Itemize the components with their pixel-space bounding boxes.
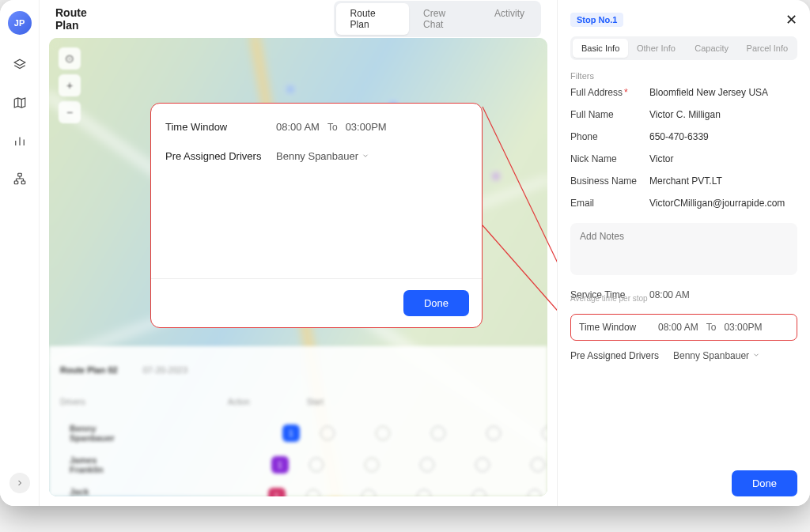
stop-number-chip: Stop No.1 bbox=[570, 13, 623, 27]
map-controls: ⊙ + − bbox=[59, 47, 81, 123]
close-icon[interactable]: ✕ bbox=[785, 11, 797, 28]
tab-parcel-info[interactable]: Parcel Info bbox=[740, 39, 795, 58]
layers-icon[interactable] bbox=[12, 57, 28, 73]
panel-done-button[interactable]: Done bbox=[732, 470, 797, 496]
locate-icon[interactable]: ⊙ bbox=[59, 47, 81, 70]
map-icon[interactable] bbox=[12, 95, 28, 111]
stop-edit-popup: Time Window 08:00 AM To 03:00PM Pre Assi… bbox=[150, 103, 483, 328]
popup-done-button[interactable]: Done bbox=[403, 290, 469, 316]
tab-activity[interactable]: Activity bbox=[480, 3, 539, 35]
time-window-highlight: Time Window 08:00 AM To 03:00PM bbox=[570, 314, 797, 341]
svg-rect-7 bbox=[14, 181, 18, 184]
tab-other-info[interactable]: Other Info bbox=[628, 39, 683, 58]
tab-capacity[interactable]: Capacity bbox=[684, 39, 740, 58]
name-value[interactable]: Victor C. Milligan bbox=[649, 109, 797, 120]
popup-time-start[interactable]: 08:00 AM bbox=[276, 121, 320, 133]
chevron-down-icon bbox=[752, 350, 760, 361]
user-avatar[interactable]: JP bbox=[8, 11, 32, 35]
top-tabs: Route Plan Crew Chat Activity bbox=[334, 1, 541, 37]
tab-route-plan[interactable]: Route Plan bbox=[336, 3, 410, 35]
main-area: Route Plan Route Plan Crew Chat Activity… bbox=[40, 0, 557, 506]
sidebar: JP bbox=[0, 0, 40, 506]
panel-time-window-label: Time Window bbox=[579, 322, 658, 333]
bar-chart-icon[interactable] bbox=[12, 133, 28, 149]
service-time-subtitle: Average time per stop bbox=[570, 294, 797, 303]
address-value[interactable]: Bloomfield New Jersey USA bbox=[649, 87, 797, 98]
zoom-in-icon[interactable]: + bbox=[59, 74, 81, 96]
tab-basic-info[interactable]: Basic Info bbox=[573, 39, 628, 58]
email-label: Email bbox=[570, 198, 649, 209]
popup-to-label: To bbox=[327, 122, 338, 133]
nickname-value[interactable]: Victor bbox=[649, 153, 797, 164]
svg-rect-6 bbox=[17, 173, 21, 176]
panel-tabs: Basic Info Other Info Capacity Parcel In… bbox=[570, 36, 797, 60]
popup-time-window-label: Time Window bbox=[165, 121, 276, 133]
address-label: Full Address* bbox=[570, 87, 649, 98]
topbar: Route Plan Route Plan Crew Chat Activity bbox=[40, 0, 557, 38]
panel-driver-select[interactable]: Benny Spanbauer bbox=[673, 350, 797, 361]
panel-to-label: To bbox=[706, 322, 717, 333]
email-value[interactable]: VictorCMilligan@jourrapide.com bbox=[649, 198, 797, 209]
panel-pre-assigned-label: Pre Assigned Drivers bbox=[570, 350, 673, 361]
stop-details-panel: Stop No.1 ✕ Basic Info Other Info Capaci… bbox=[557, 0, 810, 506]
tab-crew-chat[interactable]: Crew Chat bbox=[409, 3, 480, 35]
phone-value[interactable]: 650-470-6339 bbox=[649, 131, 797, 142]
svg-marker-0 bbox=[14, 59, 25, 66]
nickname-label: Nick Name bbox=[570, 153, 649, 164]
zoom-out-icon[interactable]: − bbox=[59, 101, 81, 123]
page-title: Route Plan bbox=[55, 6, 112, 32]
panel-time-start[interactable]: 08:00 AM bbox=[658, 322, 698, 333]
svg-rect-8 bbox=[21, 181, 25, 184]
drivers-timeline-panel: Route Plan 0207-20-2023 DriversActionSta… bbox=[49, 346, 547, 496]
business-value[interactable]: Merchant PVT.LT bbox=[649, 175, 797, 187]
chevron-down-icon bbox=[361, 150, 369, 162]
panel-time-end[interactable]: 03:00PM bbox=[724, 322, 762, 333]
filters-label: Filters bbox=[570, 71, 797, 81]
popup-driver-select[interactable]: Benny Spanbauer bbox=[276, 150, 369, 162]
popup-time-end[interactable]: 03:00PM bbox=[346, 121, 387, 133]
popup-pre-assigned-label: Pre Assigned Drivers bbox=[165, 150, 276, 162]
phone-label: Phone bbox=[570, 131, 649, 142]
org-chart-icon[interactable] bbox=[12, 171, 28, 187]
notes-input[interactable] bbox=[570, 223, 797, 275]
expand-sidebar-button[interactable] bbox=[9, 473, 30, 493]
name-label: Full Name bbox=[570, 109, 649, 120]
business-label: Business Name bbox=[570, 175, 649, 187]
